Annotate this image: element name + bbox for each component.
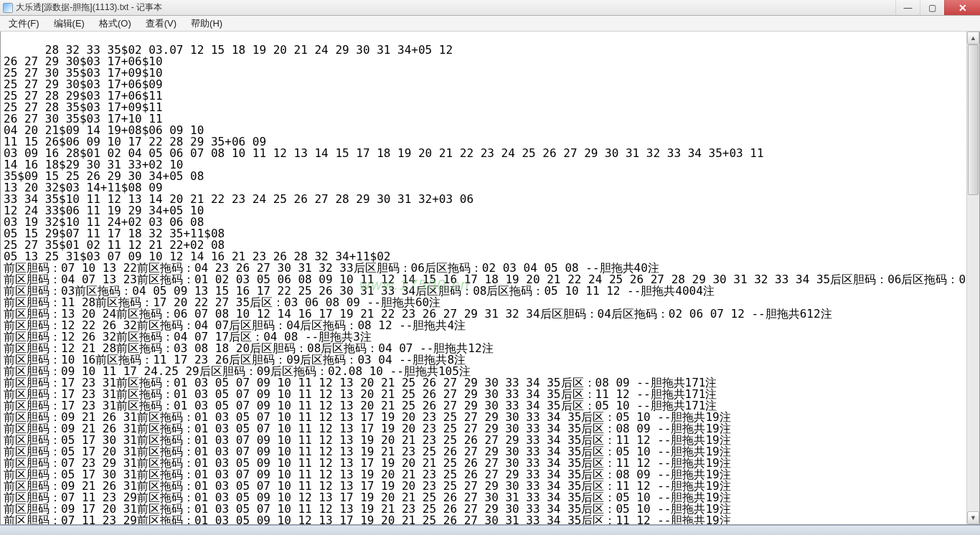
menu-help[interactable]: 帮助(H) — [184, 16, 230, 32]
minimize-button[interactable]: — — [895, 0, 920, 15]
scroll-up-button[interactable]: ▲ — [967, 32, 979, 44]
notepad-window: 大乐透[源数据-胆拖](1113).txt - 记事本 — ▢ ✕ 文件(F) … — [0, 0, 980, 535]
close-button[interactable]: ✕ — [944, 0, 980, 15]
scroll-thumb[interactable] — [968, 44, 979, 195]
title-bar-left: 大乐透[源数据-胆拖](1113).txt - 记事本 — [3, 1, 162, 14]
vertical-scrollbar[interactable]: ▲ ▼ — [966, 32, 979, 524]
menu-view[interactable]: 查看(V) — [138, 16, 184, 32]
title-bar[interactable]: 大乐透[源数据-胆拖](1113).txt - 记事本 — ▢ ✕ — [0, 0, 980, 16]
menu-bar: 文件(F) 编辑(E) 格式(O) 查看(V) 帮助(H) — [0, 16, 980, 32]
menu-file[interactable]: 文件(F) — [1, 16, 47, 32]
client-area: 28 32 33 35$02 03.07 12 15 18 19 20 21 2… — [0, 32, 980, 525]
taskbar-sliver — [0, 525, 980, 535]
app-icon — [3, 3, 13, 13]
menu-edit[interactable]: 编辑(E) — [47, 16, 92, 32]
maximize-button[interactable]: ▢ — [920, 0, 944, 15]
menu-format[interactable]: 格式(O) — [92, 16, 138, 32]
scroll-down-button[interactable]: ▼ — [967, 511, 979, 524]
scroll-track[interactable] — [967, 44, 979, 511]
text-content[interactable]: 28 32 33 35$02 03.07 12 15 18 19 20 21 2… — [4, 43, 966, 524]
window-title: 大乐透[源数据-胆拖](1113).txt - 记事本 — [16, 1, 162, 14]
window-controls: — ▢ ✕ — [895, 0, 980, 15]
text-editor[interactable]: 28 32 33 35$02 03.07 12 15 18 19 20 21 2… — [1, 32, 966, 524]
